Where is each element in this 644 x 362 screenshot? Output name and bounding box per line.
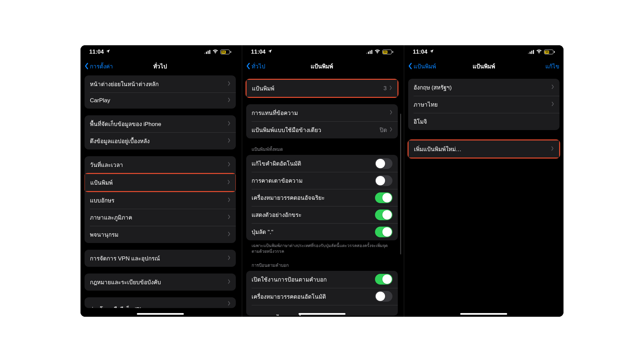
switch-period-shortcut[interactable] [375,227,392,237]
row-add-new-keyboard[interactable]: เพิ่มแป้นพิมพ์ใหม่… [409,140,559,158]
row-fonts[interactable]: แบบอักษร [85,192,236,209]
status-bar: 11:04 56 [242,45,401,59]
battery-icon: 56 [382,50,393,54]
phone-general-settings: 11:04 56 การตั้งค่า ทั่วไป หน้าต่างย่อยใ… [80,45,240,317]
row-one-handed-keyboard[interactable]: แป้นพิมพ์แบบใช้มือข้างเดียวปิด [246,121,397,138]
chevron-right-icon [228,197,230,204]
switch-predictive[interactable] [375,175,392,186]
status-bar: 11:04 56 [404,45,564,59]
section-dictation: การป้อนตามคำบอก [246,262,397,271]
chevron-right-icon [228,255,230,262]
highlight-keyboard-row: แป้นพิมพ์ [85,173,236,192]
chevron-right-icon [228,121,230,127]
chevron-right-icon [390,110,392,116]
chevron-right-icon [390,127,392,133]
toggle-predictive: การคาดเดาข้อความ [246,172,397,189]
page-title: แป้นพิมพ์ [242,62,401,71]
status-time: 11:04 [251,49,265,55]
back-general[interactable]: ทั่วไป [246,62,265,71]
chevron-right-icon [551,84,554,91]
row-vpn-device[interactable]: การจัดการ VPN และอุปกรณ์ [85,250,236,267]
chevron-right-icon [551,101,554,108]
wifi-icon [374,49,380,55]
keyboards-list: อังกฤษ (สหรัฐฯ) ภาษาไทย อิโมจิ เพิ่มแป้น… [404,73,564,317]
settings-list: หน้าต่างย่อยในหน้าต่างหลัก CarPlay พื้นท… [80,73,240,317]
toggle-enable-dictation: เปิดใช้งานการป้อนตามคำบอก [246,271,397,288]
row-background-refresh[interactable]: ดึงข้อมูลแอปอยู่เบื้องหลัง [85,132,236,149]
chevron-right-icon [228,279,230,286]
toggle-smart-punctuation: เครื่องหมายวรรคตอนอัจฉริยะ [246,189,397,206]
navbar: แป้นพิมพ์ แป้นพิมพ์ แก้ไข [404,59,564,73]
row-keyboard-english[interactable]: อังกฤษ (สหรัฐฯ) [408,79,559,96]
edit-button[interactable]: แก้ไข [545,62,559,71]
home-indicator[interactable] [299,313,345,315]
wifi-icon [536,49,542,55]
row-keyboard-emoji[interactable]: อิโมจิ [408,113,559,130]
row-legal[interactable]: กฎหมายและระเบียบข้อบังคับ [85,274,236,291]
status-bar: 11:04 56 [80,45,240,59]
row-dictionary[interactable]: พจนานุกรม [85,226,236,243]
chevron-right-icon [551,146,554,153]
toggle-character-preview: แสดงตัวอย่างอักขระ [246,206,397,223]
chevron-right-icon [227,179,230,186]
row-text-replacement[interactable]: การแทนที่ข้อความ [246,104,397,121]
footnote-shortcut: เฉพาะแป้นพิมพ์ภาษาต่างประเทศที่รองรับปุ่… [246,240,397,254]
keyboards-count: 3 [383,85,386,92]
toggle-auto-correction: แก้ไขคำผิดอัตโนมัติ [246,155,397,172]
section-all-keyboards: แป้นพิมพ์ทั้งหมด [246,146,397,155]
location-icon [429,49,434,55]
switch-smart-punctuation[interactable] [375,192,392,203]
switch-auto-correction[interactable] [375,158,392,169]
chevron-right-icon [228,97,230,104]
navbar: การตั้งค่า ทั่วไป [80,59,240,73]
switch-enable-dictation[interactable] [375,274,392,285]
keyboard-settings-list: แป้นพิมพ์ 3 การแทนที่ข้อความ แป้นพิมพ์แบ… [242,73,401,317]
chevron-right-icon [228,138,230,144]
chevron-right-icon [228,214,230,221]
cellular-icon [528,50,534,54]
row-keyboards[interactable]: แป้นพิมพ์ 3 [247,80,397,97]
row-carplay[interactable]: CarPlay [85,93,236,109]
status-time: 11:04 [413,49,427,55]
chevron-right-icon [228,162,230,168]
home-indicator[interactable] [460,313,507,315]
status-time: 11:04 [89,49,104,55]
cellular-icon [204,50,210,54]
location-icon [268,49,272,55]
location-icon [106,49,110,55]
battery-icon: 56 [544,50,555,54]
row-language-region[interactable]: ภาษาและภูมิภาค [85,209,236,226]
toggle-auto-punctuation: เครื่องหมายวรรคตอนอัตโนมัติ [246,288,397,305]
chevron-right-icon [389,85,392,92]
phone-keyboard-settings: 11:04 56 ทั่วไป แป้นพิมพ์ แป้นพิมพ [242,45,401,317]
highlight-add-keyboard: เพิ่มแป้นพิมพ์ใหม่… [408,139,560,159]
chevron-right-icon [228,81,230,87]
back-settings[interactable]: การตั้งค่า [85,62,113,71]
row-date-time[interactable]: วันที่และเวลา [85,156,236,173]
chevron-right-icon [228,231,230,238]
wifi-icon [212,49,218,55]
battery-icon: 56 [220,50,231,54]
row-transfer-reset[interactable]: ถ่ายโอนหรือรีเซ็ต iPhone [85,297,236,308]
scrollbar[interactable] [400,114,401,254]
switch-character-preview[interactable] [375,209,392,220]
cellular-icon [366,50,372,54]
back-keyboard[interactable]: แป้นพิมพ์ [408,62,436,71]
phone-keyboards-list: 11:04 56 แป้นพิมพ์ แป้นพิมพ์ แก้ไข อังกฤ… [404,45,564,317]
row-keyboard[interactable]: แป้นพิมพ์ [85,174,235,191]
toggle-period-shortcut: ปุ่มลัด "." [246,223,397,240]
switch-auto-punctuation[interactable] [375,291,392,302]
row-keyboard-thai[interactable]: ภาษาไทย [408,96,559,113]
row-picture-in-picture[interactable]: หน้าต่างย่อยในหน้าต่างหลัก [85,75,236,93]
navbar: ทั่วไป แป้นพิมพ์ [242,59,401,73]
home-indicator[interactable] [137,313,184,315]
chevron-right-icon [228,301,230,307]
highlight-keyboards-row: แป้นพิมพ์ 3 [246,79,398,98]
row-iphone-storage[interactable]: พื้นที่จัดเก็บข้อมูลของ iPhone [85,115,236,132]
